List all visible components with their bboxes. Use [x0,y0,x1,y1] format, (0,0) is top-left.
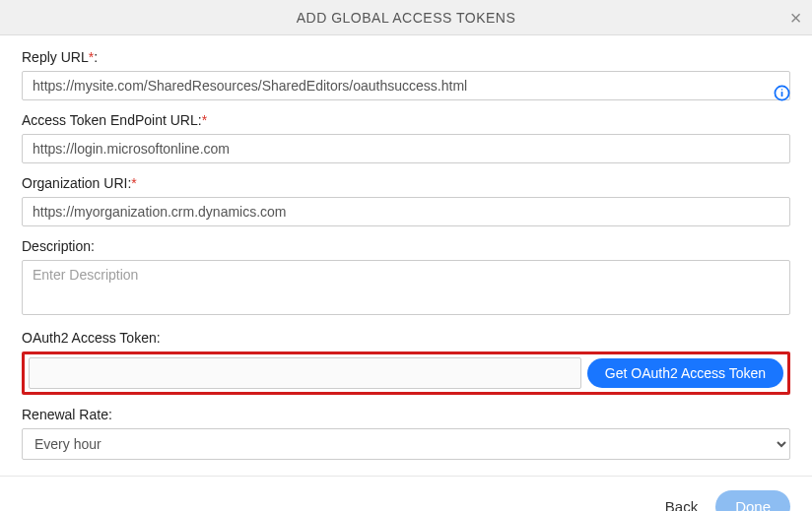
renewal-rate-label: Renewal Rate: [22,407,790,422]
dialog-content: Reply URL*: Access Token EndPoint URL:* … [0,35,812,470]
dialog-title: ADD GLOBAL ACCESS TOKENS [297,10,516,26]
dialog-header: ADD GLOBAL ACCESS TOKENS × [0,0,812,35]
endpoint-url-input[interactable] [22,134,790,163]
reply-url-label: Reply URL*: [22,49,790,65]
field-org-uri: Organization URI:* [22,175,790,226]
field-endpoint-url: Access Token EndPoint URL:* [22,112,790,163]
field-oauth-token: OAuth2 Access Token: Get OAuth2 Access T… [22,330,790,395]
svg-point-2 [781,89,783,91]
reply-url-input[interactable] [22,71,790,100]
org-uri-input[interactable] [22,197,790,226]
description-input[interactable] [22,260,790,315]
field-renewal-rate: Renewal Rate: Every hour [22,407,790,460]
done-button[interactable]: Done [715,490,790,511]
oauth-token-row: Get OAuth2 Access Token [22,351,790,395]
field-description: Description: [22,238,790,318]
endpoint-url-label: Access Token EndPoint URL:* [22,112,790,128]
close-icon[interactable]: × [790,8,802,28]
oauth-token-label: OAuth2 Access Token: [22,330,790,346]
org-uri-label: Organization URI:* [22,175,790,191]
renewal-rate-select[interactable]: Every hour [22,428,790,460]
field-reply-url: Reply URL*: [22,49,790,100]
info-icon[interactable] [774,85,790,104]
oauth-token-input[interactable] [29,357,581,389]
get-oauth-token-button[interactable]: Get OAuth2 Access Token [587,358,783,388]
description-label: Description: [22,238,790,254]
back-button[interactable]: Back [665,498,698,511]
dialog-footer: Back Done [0,476,812,511]
